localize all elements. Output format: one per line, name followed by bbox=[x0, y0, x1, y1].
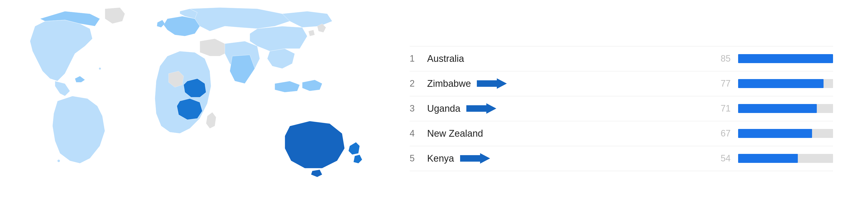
table-row[interactable]: 3Uganda 71 bbox=[410, 96, 833, 121]
rank-number: 3 bbox=[410, 103, 427, 114]
rank-number: 1 bbox=[410, 53, 427, 64]
svg-marker-5 bbox=[460, 153, 490, 164]
score-bar-fill bbox=[738, 54, 833, 63]
trending-arrow-icon bbox=[460, 153, 490, 164]
country-score: 85 bbox=[706, 53, 731, 64]
country-score: 67 bbox=[706, 128, 731, 139]
country-name: Uganda bbox=[427, 103, 706, 114]
country-list: 1Australia852Zimbabwe 773Uganda 714New Z… bbox=[390, 41, 853, 176]
country-name: Zimbabwe bbox=[427, 78, 706, 89]
svg-marker-4 bbox=[466, 103, 496, 114]
svg-point-1 bbox=[57, 159, 60, 162]
score-bar bbox=[738, 104, 833, 113]
score-bar bbox=[738, 129, 833, 138]
country-name: New Zealand bbox=[427, 128, 706, 139]
map-section bbox=[15, 5, 390, 212]
country-score: 71 bbox=[706, 103, 731, 114]
rank-number: 4 bbox=[410, 128, 427, 139]
table-row[interactable]: 4New Zealand67 bbox=[410, 121, 833, 146]
score-bar-fill bbox=[738, 154, 798, 163]
rank-number: 5 bbox=[410, 153, 427, 164]
country-name: Kenya bbox=[427, 153, 706, 164]
score-bar-fill bbox=[738, 129, 812, 138]
score-bar bbox=[738, 154, 833, 163]
country-score: 77 bbox=[706, 78, 731, 89]
table-row[interactable]: 1Australia85 bbox=[410, 46, 833, 71]
table-row[interactable]: 2Zimbabwe 77 bbox=[410, 71, 833, 96]
trending-arrow-icon bbox=[466, 103, 496, 114]
trending-arrow-icon bbox=[477, 78, 507, 89]
country-score: 54 bbox=[706, 153, 731, 164]
table-row[interactable]: 5Kenya 54 bbox=[410, 146, 833, 171]
world-map bbox=[20, 6, 385, 211]
score-bar bbox=[738, 79, 833, 88]
svg-point-2 bbox=[99, 68, 101, 70]
score-bar bbox=[738, 54, 833, 63]
score-bar-fill bbox=[738, 79, 824, 88]
score-bar-fill bbox=[738, 104, 817, 113]
country-name: Australia bbox=[427, 53, 706, 64]
svg-marker-3 bbox=[477, 78, 507, 89]
rank-number: 2 bbox=[410, 78, 427, 89]
